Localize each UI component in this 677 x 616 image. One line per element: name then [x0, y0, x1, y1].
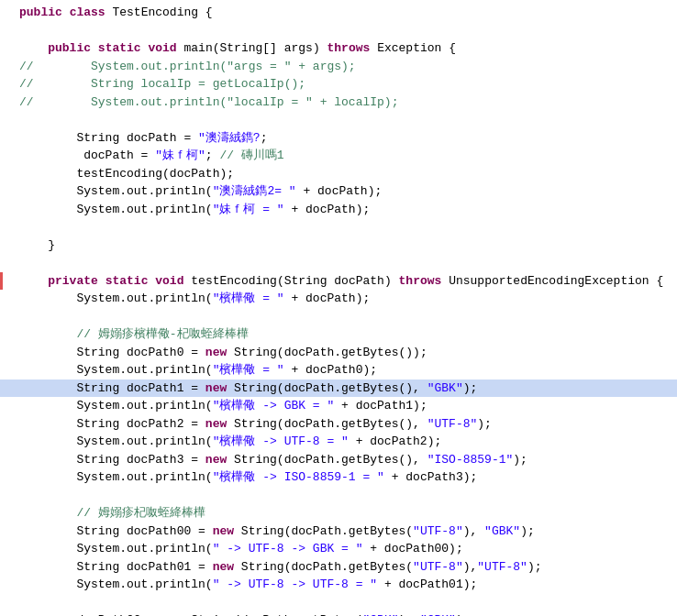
code-token: System.out.println( [19, 363, 213, 377]
line-content [17, 22, 673, 40]
line-content: System.out.println("檳樺儆 -> GBK = " + doc… [17, 397, 673, 415]
line-content [17, 594, 673, 612]
code-line: String docPath00 = new String(docPath.ge… [0, 522, 677, 541]
code-line: String docPath = "澳濤絨鐫?; [0, 129, 677, 148]
code-token: String docPath2 = [19, 417, 205, 431]
code-line: // System.out.println("localIp = " + loc… [0, 94, 677, 112]
code-token: new [213, 560, 234, 574]
line-content: private static void testEncoding(String … [17, 272, 673, 291]
code-token: void [148, 41, 176, 55]
code-token: "GBK" [484, 524, 520, 538]
code-line: String docPath2 = new String(docPath.get… [0, 415, 677, 434]
code-line: System.out.println("檳樺儆 -> ISO-8859-1 = … [0, 468, 677, 487]
code-line: // String localIp = getLocalIp(); [0, 75, 677, 94]
code-token: testEncoding(docPath); [19, 167, 234, 181]
code-token: + docPath); [284, 292, 371, 305]
line-content: String docPath = "澳濤絨鐫?; [17, 129, 673, 148]
code-token: + docPath00); [362, 542, 462, 556]
line-content [17, 308, 673, 326]
code-token: ; [205, 148, 220, 162]
code-token: System.out.println( [19, 470, 213, 484]
code-token [62, 6, 70, 19]
code-token: String(docPath.getBytes(), [227, 381, 427, 395]
code-line: System.out.println("檳樺儆 = " + docPath0); [0, 361, 677, 380]
code-token: String docPath01 = [19, 560, 213, 574]
code-token: ; [261, 131, 268, 145]
code-token [91, 41, 98, 55]
code-token [19, 274, 48, 288]
code-token: ); [527, 560, 542, 574]
code-token: "UTF-8" [413, 524, 463, 538]
code-line: public class TestEncoding { [0, 4, 677, 22]
code-line: private static void testEncoding(String … [0, 272, 677, 291]
code-line: testEncoding(docPath); [0, 165, 677, 183]
code-token: ), [463, 524, 484, 538]
code-token: + docPath1); [334, 399, 427, 412]
code-line: // System.out.println("args = " + args); [0, 58, 677, 76]
code-token: + docPath01); [377, 578, 477, 591]
code-line: // 姆嫋疹杞呶蛭絳棒樺 [0, 504, 677, 522]
code-line [0, 254, 677, 272]
code-token [19, 41, 48, 55]
code-token: String(docPath.getBytes( [234, 560, 413, 574]
code-token: System.out.println( [19, 399, 213, 412]
code-token: String docPath0 = [19, 346, 205, 359]
code-token: System.out.println( [19, 542, 213, 556]
code-token: ), [463, 560, 478, 574]
code-token: static [98, 41, 141, 55]
code-line: String docPath3 = new String(docPath.get… [0, 451, 677, 469]
code-token: new [205, 346, 227, 359]
code-token: void [155, 274, 183, 288]
line-content: System.out.println(" -> UTF-8 -> UTF-8 =… [17, 576, 673, 594]
code-token: ); [463, 381, 478, 395]
code-token: docPath = [19, 148, 155, 162]
line-content: System.out.println("檳樺儆 = " + docPath0); [17, 361, 673, 380]
line-content [17, 254, 673, 272]
code-token: + docPath3); [384, 470, 477, 484]
line-content: // 姆嫋疹檳樺儆-杞呶蛭絳棒樺 [17, 325, 673, 344]
code-token: System.out.println( [19, 203, 213, 216]
code-token: ); [477, 417, 492, 431]
code-token: "檳樺儆 = " [213, 363, 284, 377]
code-token: // System.out.println("localIp = " + loc… [19, 95, 398, 109]
code-token: new [213, 524, 234, 538]
code-line [0, 308, 677, 326]
code-token: throws [327, 41, 371, 55]
line-content: System.out.println(" -> UTF-8 -> GBK = "… [17, 540, 673, 558]
code-token: } [19, 238, 55, 252]
code-token: private [48, 274, 98, 288]
code-token: public [48, 41, 91, 55]
code-line: public static void main(String[] args) t… [0, 39, 677, 58]
code-token: new [205, 453, 227, 467]
code-token: class [70, 6, 105, 19]
code-token: main(String[] args) [177, 41, 327, 55]
code-token: throws [399, 274, 442, 288]
code-token: "UTF-8" [477, 560, 527, 574]
code-token: String docPath1 = [19, 381, 205, 395]
code-line: System.out.println("妹ｆ柯 = " + docPath); [0, 201, 677, 219]
code-token: String docPath3 = [19, 453, 205, 467]
code-token: + docPath0); [284, 363, 377, 377]
code-token: // 磚川嗎1 [219, 148, 283, 162]
line-content: docPath = "妹ｆ柯"; // 磚川嗎1 [17, 147, 673, 165]
line-content: String docPath01 = new String(docPath.ge… [17, 558, 673, 577]
code-line: docPath = "妹ｆ柯"; // 磚川嗎1 [0, 147, 677, 165]
code-line [0, 594, 677, 612]
line-content: System.out.println("檳樺儆 -> UTF-8 = " + d… [17, 433, 673, 451]
code-token: testEncoding(String docPath) [183, 274, 398, 288]
code-token: new [205, 417, 227, 431]
code-line: System.out.println("檳樺儆 -> UTF-8 = " + d… [0, 433, 677, 451]
line-content: System.out.println("澳濤絨鐫2= " + docPath); [17, 182, 673, 201]
code-editor: public class TestEncoding { public stati… [0, 0, 677, 616]
code-token: ); [513, 453, 527, 467]
code-line: docPath00 = new String(docPath.getBytes(… [0, 611, 677, 616]
code-token: "檳樺儆 -> GBK = " [213, 399, 335, 412]
code-token: System.out.println( [19, 434, 213, 448]
line-content: // System.out.println("localIp = " + loc… [17, 94, 673, 112]
code-token: String(docPath.getBytes(), [227, 417, 427, 431]
code-token: String docPath00 = [19, 524, 213, 538]
line-content: String docPath0 = new String(docPath.get… [17, 344, 673, 362]
line-content [17, 111, 673, 129]
line-content: System.out.println("妹ｆ柯 = " + docPath); [17, 201, 673, 219]
code-token: String(docPath.getBytes()); [227, 346, 427, 359]
